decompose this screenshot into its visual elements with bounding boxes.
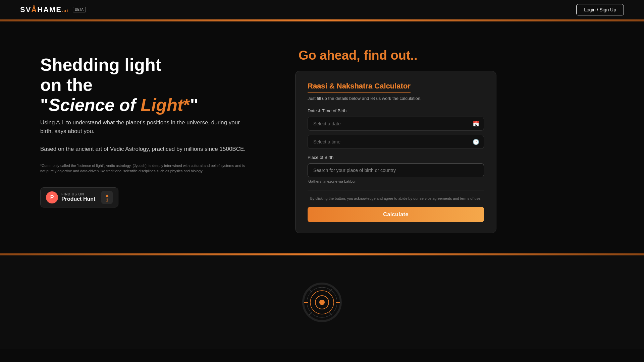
ph-text: FIND US ON Product Hunt <box>61 192 95 202</box>
date-input[interactable] <box>308 117 484 131</box>
ph-find-us-label: FIND US ON <box>61 192 95 196</box>
calculate-button[interactable]: Calculate <box>308 207 484 222</box>
ph-upvote-count: 1 <box>106 198 108 202</box>
time-input[interactable] <box>308 135 484 149</box>
headline-light: Light <box>141 95 183 115</box>
calculator-card: Raasi & Nakshatra Calculator Just fill u… <box>295 71 496 233</box>
headline-line2: on the <box>40 75 93 95</box>
left-panel: Shedding light on the "Science of Light*… <box>40 48 275 207</box>
logo-ah: Å <box>31 5 37 14</box>
logo-text: SVÅHAME.ai <box>20 5 69 14</box>
disclaimer: *Commonly called the "science of light",… <box>40 163 248 174</box>
product-hunt-badge[interactable]: P FIND US ON Product Hunt ▲ 1 <box>40 187 118 207</box>
beta-badge: BETA <box>73 7 86 12</box>
ph-logo-circle: P <box>46 191 58 203</box>
place-input-wrapper <box>308 163 484 177</box>
headline: Shedding light on the "Science of Light*… <box>40 55 275 115</box>
logo-sv: SV <box>20 5 31 14</box>
ph-letter: P <box>50 194 54 200</box>
logo-ai: .ai <box>62 8 68 13</box>
tagline: Go ahead, find out.. <box>295 48 418 63</box>
terms-text: By clicking the button, you acknowledge … <box>308 196 484 201</box>
headline-line1: Shedding light <box>40 55 161 74</box>
headline-asterisk: * <box>183 95 190 115</box>
ph-upvote-arrow: ▲ <box>105 192 109 198</box>
compass-icon <box>302 282 342 322</box>
date-input-wrapper: 📅 <box>308 117 484 131</box>
calculator-title: Raasi & Nakshatra Calculator <box>308 82 411 93</box>
svg-point-4 <box>319 300 325 305</box>
navbar: SVÅHAME.ai BETA Login / Sign Up <box>0 0 644 19</box>
calculator-subtitle: Just fill up the details below and let u… <box>308 96 484 101</box>
divider <box>308 190 484 190</box>
place-hint: Gathers timezone via Lat/Lon <box>308 179 484 183</box>
logo: SVÅHAME.ai BETA <box>20 5 86 14</box>
ph-product-name: Product Hunt <box>61 196 95 202</box>
place-label: Place of Birth <box>308 155 484 160</box>
bottom-section <box>0 255 644 349</box>
place-input[interactable] <box>308 163 484 177</box>
disclaimer-text: *Commonly called the "science of light",… <box>40 164 245 173</box>
time-input-wrapper: 🕐 <box>308 135 484 149</box>
login-button[interactable]: Login / Sign Up <box>576 4 624 15</box>
based-text: Based on the ancient art of Vedic Astrol… <box>40 145 275 154</box>
logo-ame: HAME <box>37 5 62 14</box>
ph-upvote-button[interactable]: ▲ 1 <box>101 191 113 204</box>
headline-quote-open: " <box>40 95 49 115</box>
date-time-label: Date & Time of Birth <box>308 108 484 113</box>
right-panel: Go ahead, find out.. Raasi & Nakshatra C… <box>295 48 496 233</box>
headline-quote-close: " <box>190 95 199 115</box>
headline-science: Science of Light <box>49 95 183 115</box>
subtext: Using A.I. to understand what the planet… <box>40 118 248 135</box>
main-content: Shedding light on the "Science of Light*… <box>0 21 644 253</box>
